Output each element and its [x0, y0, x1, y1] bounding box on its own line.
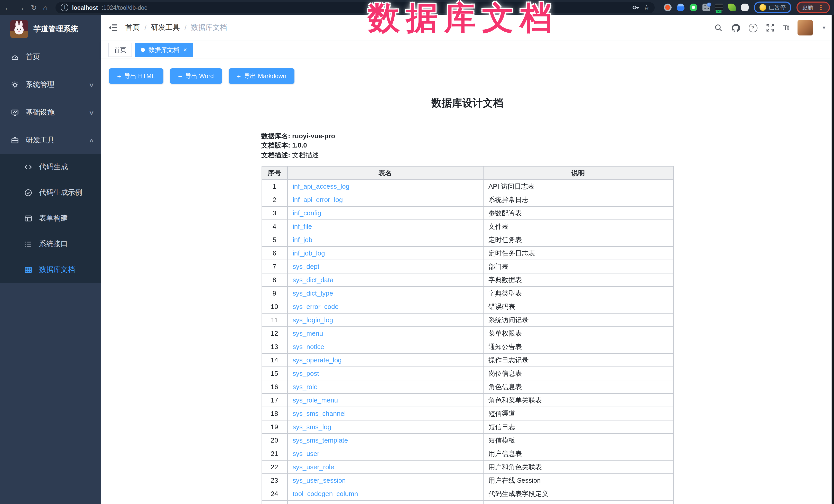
browser-forward-icon[interactable]: →	[18, 4, 25, 11]
button-label: 导出 Word	[185, 72, 214, 81]
sidebar-item-api[interactable]: 系统接口	[0, 231, 101, 257]
sidebar-item-label: 基础设施	[26, 108, 83, 117]
table-name-link[interactable]: inf_api_access_log	[293, 183, 349, 191]
sidebar-item-codegen[interactable]: 代码生成	[0, 154, 101, 180]
browser-home-icon[interactable]: ⌂	[43, 4, 47, 11]
address-bar[interactable]: i localhost :1024/tool/db-doc ☆	[56, 2, 655, 13]
table-name-link[interactable]: sys_user_role	[293, 463, 334, 471]
sidebar-item-form-builder[interactable]: 表单构建	[0, 205, 101, 231]
paused-badge[interactable]: 已暂停	[754, 2, 791, 13]
tab-label: 首页	[114, 45, 126, 54]
user-avatar[interactable]	[797, 20, 813, 36]
extension-icon-green-check[interactable]	[689, 4, 697, 11]
row-index: 21	[262, 447, 287, 461]
plus-icon: +	[117, 72, 121, 80]
row-index: 6	[262, 247, 287, 260]
sidebar-item-db-doc[interactable]: 数据库文档	[0, 257, 101, 283]
table-name-link[interactable]: sys_role_menu	[293, 397, 338, 404]
table-row: 16 sys_role 角色信息表	[262, 380, 673, 394]
bookmark-star-icon[interactable]: ☆	[644, 4, 650, 11]
table-name-link[interactable]: inf_job_log	[293, 249, 325, 257]
password-key-icon[interactable]	[632, 4, 640, 11]
breadcrumb-separator: /	[145, 24, 147, 32]
sidebar-logo[interactable]: 芋道管理系统	[0, 15, 101, 43]
table-row: 12 sys_menu 菜单权限表	[262, 327, 673, 340]
row-index: 24	[262, 487, 287, 501]
table-row: 3 inf_config 参数配置表	[262, 206, 673, 220]
sidebar-item-system[interactable]: 系统管理 ∨	[0, 71, 101, 99]
collapse-sidebar-icon[interactable]	[108, 24, 118, 32]
table-name-link[interactable]: sys_operate_log	[293, 356, 342, 364]
table-name-link[interactable]: sys_user_session	[293, 477, 346, 484]
table-name-link[interactable]: sys_menu	[293, 330, 323, 337]
table-name-link[interactable]: sys_sms_log	[293, 423, 331, 431]
sidebar-item-home[interactable]: 首页	[0, 43, 101, 71]
monitor-icon	[11, 108, 19, 117]
row-description: 用户和角色关联表	[483, 461, 673, 474]
breadcrumb-home[interactable]: 首页	[125, 23, 140, 32]
tab-home[interactable]: 首页	[108, 43, 132, 57]
tab-close-icon[interactable]: ×	[183, 46, 187, 53]
avatar-caret-icon[interactable]: ▼	[822, 25, 826, 30]
sidebar-item-infra[interactable]: 基础设施 ∨	[0, 99, 101, 127]
row-description: 代码生成表定义	[483, 501, 673, 504]
search-icon[interactable]	[714, 24, 723, 32]
github-icon[interactable]	[731, 23, 740, 32]
table-name-link[interactable]: inf_file	[293, 223, 312, 231]
row-index: 2	[262, 193, 287, 206]
sidebar-item-label: 代码生成示例	[39, 188, 93, 197]
browser-menu-icon[interactable]: ⋮	[817, 4, 824, 11]
table-name-link[interactable]: sys_sms_channel	[293, 410, 346, 418]
row-index: 9	[262, 287, 287, 300]
sidebar-filler	[0, 283, 101, 504]
font-size-icon[interactable]: Tt	[783, 24, 789, 32]
row-index: 10	[262, 300, 287, 313]
table-name-link[interactable]: sys_login_log	[293, 316, 333, 324]
table-name-link[interactable]: sys_dict_data	[293, 276, 333, 284]
breadcrumb-devtools[interactable]: 研发工具	[151, 23, 180, 32]
browser-back-icon[interactable]: ←	[4, 4, 11, 11]
table-name-link[interactable]: inf_job	[293, 236, 312, 244]
table-name-link[interactable]: sys_user	[293, 450, 320, 458]
screenshot-root: ← → ↻ ⌂ i localhost :1024/tool/db-doc ☆ …	[0, 0, 834, 504]
table-name-link[interactable]: sys_dict_type	[293, 290, 333, 298]
row-description: 岗位信息表	[483, 367, 673, 380]
col-header-no: 序号	[262, 167, 287, 180]
table-name-link[interactable]: inf_config	[293, 210, 321, 217]
table-name-link[interactable]: sys_role	[293, 383, 317, 391]
table-name-link[interactable]: sys_dept	[293, 263, 320, 271]
sidebar: 芋道管理系统 首页 系统管理 ∨ 基础设施	[0, 15, 101, 504]
toolbox-icon	[11, 136, 19, 145]
row-index: 16	[262, 380, 287, 394]
page-info-icon[interactable]: i	[61, 4, 68, 11]
table-name-link[interactable]: sys_post	[293, 370, 319, 377]
table-name-link[interactable]: sys_error_code	[293, 303, 338, 311]
table-row: 2 inf_api_error_log 系统异常日志	[262, 193, 673, 206]
sidebar-item-devtools[interactable]: 研发工具 ∧	[0, 127, 101, 154]
export-html-button[interactable]: + 导出 HTML	[109, 68, 163, 84]
browser-reload-icon[interactable]: ↻	[31, 4, 37, 11]
extension-icon-grid[interactable]	[702, 4, 710, 11]
extension-icon-tampermonkey[interactable]	[715, 4, 723, 11]
export-markdown-button[interactable]: + 导出 Markdown	[229, 68, 295, 84]
update-button[interactable]: 更新 ⋮	[796, 2, 830, 13]
table-row: 11 sys_login_log 系统访问记录	[262, 313, 673, 327]
table-name-link[interactable]: sys_notice	[293, 343, 324, 351]
extension-icon-light[interactable]	[741, 4, 749, 11]
table-name-link[interactable]: sys_sms_template	[293, 437, 348, 444]
button-label: 导出 Markdown	[244, 72, 286, 81]
app-frame: 芋道管理系统 首页 系统管理 ∨ 基础设施	[0, 15, 834, 504]
extension-icon-orange[interactable]	[664, 4, 672, 11]
table-name-link[interactable]: inf_api_error_log	[293, 196, 343, 204]
dashboard-icon	[11, 53, 19, 61]
tab-db-doc[interactable]: 数据库文档 ×	[135, 43, 193, 57]
sidebar-item-codegen-example[interactable]: 代码生成示例	[0, 180, 101, 205]
extension-icon-blue-pin[interactable]	[677, 4, 684, 11]
table-name-link[interactable]: tool_codegen_column	[293, 490, 358, 498]
extension-icon-green-leaf[interactable]	[728, 4, 736, 11]
help-icon[interactable]: ?	[749, 23, 758, 32]
export-word-button[interactable]: + 导出 Word	[170, 68, 222, 84]
row-description: 文件表	[483, 220, 673, 233]
fullscreen-icon[interactable]	[766, 24, 774, 32]
page-scrollbar[interactable]	[831, 15, 834, 504]
